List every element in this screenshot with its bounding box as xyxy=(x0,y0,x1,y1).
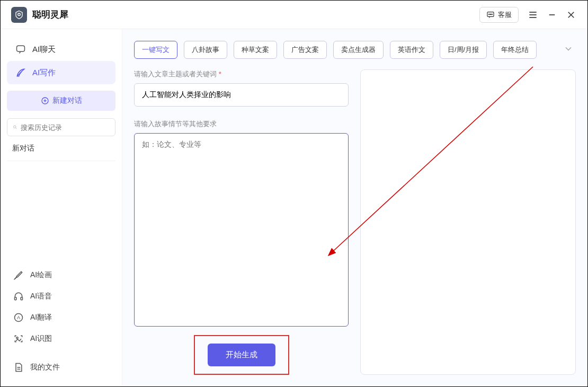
feather-icon xyxy=(15,67,26,78)
svg-point-2 xyxy=(489,14,489,14)
menu-button[interactable] xyxy=(527,9,539,21)
sidebar-item-voice[interactable]: AI语音 xyxy=(7,286,115,307)
details-textarea[interactable] xyxy=(134,133,349,327)
template-tabs-bar: 一键写文 八卦故事 种草文案 广告文案 卖点生成器 英语作文 日/周/月报 年终… xyxy=(122,29,587,64)
sidebar-item-label: AI写作 xyxy=(32,68,56,78)
search-input[interactable] xyxy=(21,124,110,131)
tab-ad-copy[interactable]: 广告文案 xyxy=(283,41,327,59)
topic-input[interactable]: 人工智能对人类择业的影响 xyxy=(134,83,349,107)
history-item[interactable]: 新对话 xyxy=(7,136,115,161)
details-label: 请输入故事情节等其他要求 xyxy=(134,119,349,129)
output-panel xyxy=(360,69,576,375)
search-icon xyxy=(13,123,17,131)
tab-gossip-story[interactable]: 八卦故事 xyxy=(184,41,227,59)
close-button[interactable] xyxy=(565,9,577,21)
generate-highlight-box: 开始生成 xyxy=(194,335,289,375)
translate-icon: A xyxy=(13,312,24,323)
svg-point-4 xyxy=(492,14,492,14)
image-scan-icon xyxy=(13,333,24,344)
sidebar-item-files[interactable]: 我的文件 xyxy=(7,357,115,378)
sidebar-item-translate[interactable]: A AI翻译 xyxy=(7,307,115,328)
minimize-button[interactable] xyxy=(546,9,558,21)
svg-point-22 xyxy=(16,337,18,339)
svg-line-17 xyxy=(16,128,17,129)
generate-button[interactable]: 开始生成 xyxy=(208,344,275,366)
sidebar-item-label: AI翻译 xyxy=(30,313,52,322)
sidebar-item-label: AI语音 xyxy=(30,292,52,301)
chat-bubble-icon xyxy=(15,44,26,55)
file-icon xyxy=(13,362,24,373)
app-logo-icon xyxy=(11,7,27,23)
svg-rect-19 xyxy=(21,297,22,300)
tab-report[interactable]: 日/周/月报 xyxy=(440,41,487,59)
svg-point-16 xyxy=(14,126,16,128)
tab-english-essay[interactable]: 英语作文 xyxy=(390,41,433,59)
chat-icon xyxy=(486,11,495,19)
sidebar-item-chat[interactable]: AI聊天 xyxy=(7,38,115,61)
search-history-box[interactable] xyxy=(7,118,115,136)
sidebar-item-label: 我的文件 xyxy=(30,363,60,372)
customer-service-label: 客服 xyxy=(498,10,512,20)
svg-text:A: A xyxy=(17,315,21,320)
tabs-expand-button[interactable] xyxy=(561,41,576,58)
sidebar-item-ocr[interactable]: AI识图 xyxy=(7,328,115,349)
sidebar-item-label: AI聊天 xyxy=(32,45,56,55)
app-title: 聪明灵犀 xyxy=(32,8,68,21)
new-conversation-button[interactable]: 新建对话 xyxy=(7,91,115,111)
svg-point-0 xyxy=(18,13,21,16)
brush-icon xyxy=(13,270,24,280)
svg-rect-18 xyxy=(15,297,16,300)
svg-point-3 xyxy=(490,14,491,14)
topic-label: 请输入文章主题或者关键词 * xyxy=(134,69,349,79)
tab-year-summary[interactable]: 年终总结 xyxy=(493,41,537,59)
new-conversation-label: 新建对话 xyxy=(52,96,82,105)
svg-rect-11 xyxy=(17,46,25,51)
headphones-icon xyxy=(13,291,24,302)
tab-one-click-write[interactable]: 一键写文 xyxy=(134,41,177,59)
sidebar-item-paint[interactable]: AI绘画 xyxy=(7,265,115,286)
plus-circle-icon xyxy=(41,96,49,105)
customer-service-button[interactable]: 客服 xyxy=(479,7,519,23)
sidebar-item-label: AI绘画 xyxy=(30,270,52,280)
sidebar-item-label: AI识图 xyxy=(30,334,52,344)
tab-selling-point[interactable]: 卖点生成器 xyxy=(333,41,384,59)
sidebar-item-write[interactable]: AI写作 xyxy=(7,61,115,84)
chevron-down-icon xyxy=(563,43,574,54)
tab-planting-copy[interactable]: 种草文案 xyxy=(234,41,277,59)
